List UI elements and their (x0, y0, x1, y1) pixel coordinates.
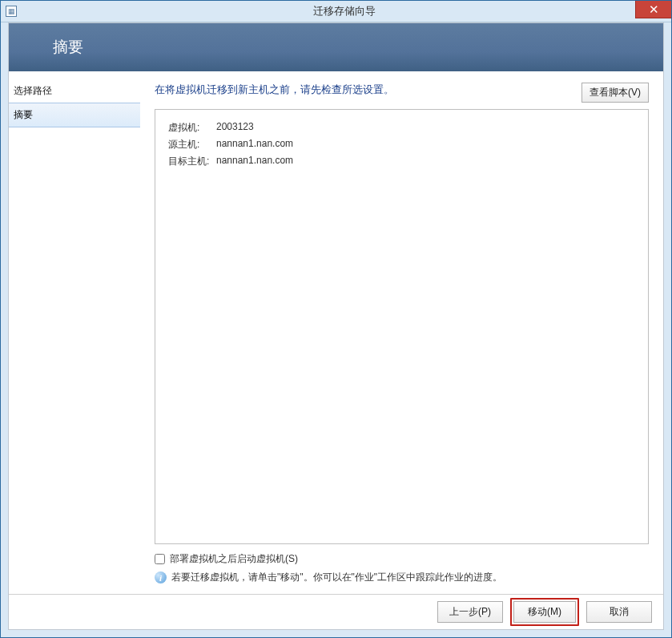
start-vm-checkbox-label: 部署虚拟机之后启动虚拟机(S) (170, 552, 298, 566)
titlebar: ▦ 迁移存储向导 ✕ (1, 1, 671, 22)
view-script-button[interactable]: 查看脚本(V) (581, 83, 649, 103)
wizard-inner: 摘要 选择路径 摘要 在将虚拟机迁移到新主机之前，请先检查所选设置。 查看脚本(… (8, 22, 664, 630)
window-icon: ▦ (6, 6, 17, 17)
window-title: 迁移存储向导 (17, 4, 671, 18)
detail-value: nannan1.nan.com (216, 155, 293, 168)
sidebar-item-select-path[interactable]: 选择路径 (9, 79, 140, 103)
info-text: 若要迁移虚拟机，请单击"移动"。你可以在"作业"工作区中跟踪此作业的进度。 (171, 571, 502, 584)
detail-row-source-host: 源主机: nannan1.nan.com (168, 138, 635, 151)
wizard-window: ▦ 迁移存储向导 ✕ 摘要 选择路径 摘要 在将虚拟机迁移到新主机之前，请先检查… (0, 0, 672, 638)
content-headline: 在将虚拟机迁移到新主机之前，请先检查所选设置。 (155, 83, 394, 97)
close-button[interactable]: ✕ (635, 1, 671, 18)
sidebar-item-summary[interactable]: 摘要 (9, 103, 140, 127)
wizard-body: 选择路径 摘要 在将虚拟机迁移到新主机之前，请先检查所选设置。 查看脚本(V) … (9, 71, 663, 594)
move-button[interactable]: 移动(M) (513, 601, 576, 623)
info-icon: i (155, 571, 167, 583)
wizard-banner: 摘要 (9, 23, 663, 71)
info-row: i 若要迁移虚拟机，请单击"移动"。你可以在"作业"工作区中跟踪此作业的进度。 (155, 571, 649, 584)
previous-button[interactable]: 上一步(P) (437, 601, 503, 623)
detail-row-target-host: 目标主机: nannan1.nan.com (168, 155, 635, 168)
detail-row-vm: 虚拟机: 2003123 (168, 121, 635, 135)
wizard-sidebar: 选择路径 摘要 (9, 71, 140, 594)
start-vm-checkbox-row[interactable]: 部署虚拟机之后启动虚拟机(S) (155, 552, 649, 566)
detail-label: 源主机: (168, 138, 216, 151)
wizard-footer: 上一步(P) 移动(M) 取消 (9, 594, 663, 629)
wizard-content: 在将虚拟机迁移到新主机之前，请先检查所选设置。 查看脚本(V) 虚拟机: 200… (140, 71, 663, 594)
detail-label: 目标主机: (168, 155, 216, 168)
cancel-button[interactable]: 取消 (586, 601, 652, 623)
detail-value: nannan1.nan.com (216, 138, 293, 151)
move-button-highlight: 移动(M) (510, 598, 579, 626)
start-vm-checkbox[interactable] (155, 554, 165, 564)
banner-heading: 摘要 (53, 37, 83, 58)
detail-value: 2003123 (216, 121, 254, 135)
detail-label: 虚拟机: (168, 121, 216, 135)
summary-details-box: 虚拟机: 2003123 源主机: nannan1.nan.com 目标主机: … (155, 109, 649, 544)
